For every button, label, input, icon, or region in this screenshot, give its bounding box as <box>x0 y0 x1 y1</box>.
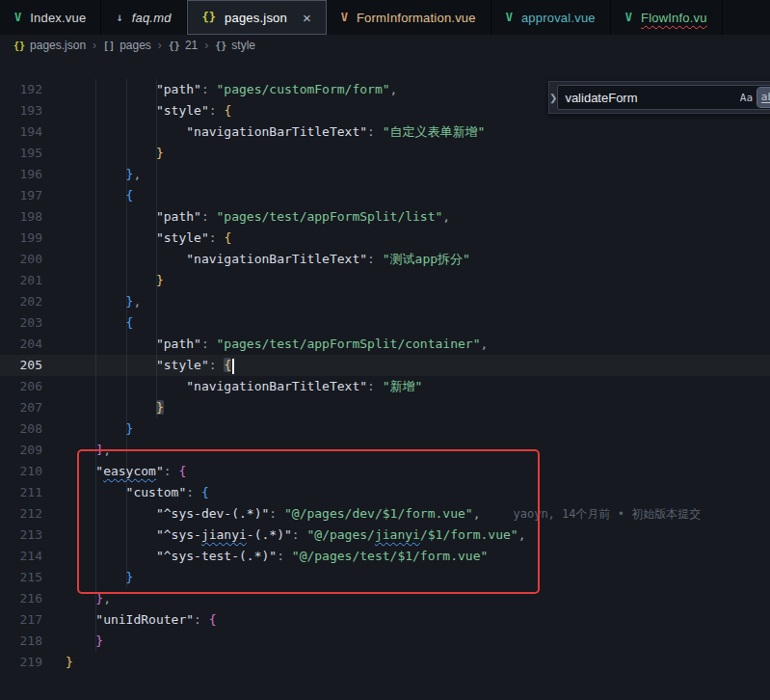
code-text: "navigationBarTitleText": "新增" <box>42 376 422 397</box>
line-number[interactable]: 211 <box>0 482 42 503</box>
line-number[interactable]: 216 <box>0 588 42 609</box>
code-text: "uniIdRouter": { <box>42 609 217 631</box>
find-input-row: Aaab.* <box>557 85 770 110</box>
find-expand-chevron[interactable]: ❯ <box>549 93 557 103</box>
code-line-206[interactable]: 206 "navigationBarTitleText": "新增" <box>0 376 770 397</box>
line-number[interactable]: 210 <box>0 461 42 482</box>
code-text: "path": "pages/customForm/form", <box>42 79 397 100</box>
line-number[interactable]: 197 <box>0 185 42 206</box>
line-number[interactable]: 205 <box>0 355 42 376</box>
match-case-icon: Aa <box>740 92 753 104</box>
code-line-199[interactable]: 199 "style": { <box>0 228 770 249</box>
code-line-207[interactable]: 207 } <box>0 397 770 418</box>
code-line-194[interactable]: 194 "navigationBarTitleText": "自定义表单新增" <box>0 121 770 143</box>
breadcrumb-separator: › <box>204 39 208 52</box>
code-line-195[interactable]: 195 } <box>0 143 770 164</box>
text-cursor <box>232 359 234 374</box>
line-number[interactable]: 213 <box>0 525 42 546</box>
tab-label: Index.vue <box>30 11 86 25</box>
breadcrumb-label: 21 <box>185 39 198 52</box>
annotation-box <box>77 449 540 594</box>
find-input[interactable] <box>565 91 734 105</box>
code-line-205[interactable]: 205 "style": { <box>0 355 770 376</box>
code-text: } <box>42 418 133 440</box>
breadcrumb-item-style[interactable]: {}style <box>215 39 255 52</box>
whole-word-button[interactable]: ab <box>757 88 770 107</box>
code-line-201[interactable]: 201 } <box>0 270 770 291</box>
tab-FormInformation.vue[interactable]: VFormInformation.vue <box>327 0 491 35</box>
match-case-button[interactable]: Aa <box>736 88 756 107</box>
line-number[interactable]: 218 <box>0 631 42 652</box>
code-text: "navigationBarTitleText": "测试app拆分" <box>42 249 470 270</box>
code-line-217[interactable]: 217 "uniIdRouter": { <box>0 609 770 631</box>
tab-pages.json[interactable]: {}pages.json× <box>187 0 327 35</box>
line-number[interactable]: 208 <box>0 418 42 440</box>
tab-FlowInfo.vu[interactable]: VFlowInfo.vu <box>611 0 723 35</box>
git-blame: yaoyn, 14个月前 • 初始版本提交 <box>513 507 701 521</box>
line-number[interactable]: 199 <box>0 228 42 249</box>
line-number[interactable]: 209 <box>0 440 42 461</box>
breadcrumb-label: pages.json <box>30 39 86 52</box>
line-number[interactable]: 206 <box>0 376 42 397</box>
code-text: } <box>42 652 73 673</box>
code-line-203[interactable]: 203 { <box>0 312 770 334</box>
find-toggles: Aaab.* <box>734 88 770 107</box>
code-text: } <box>42 143 164 164</box>
symbol-icon: {} <box>169 40 180 51</box>
whole-word-icon: ab <box>761 92 770 104</box>
line-number[interactable]: 212 <box>0 503 42 525</box>
code-line-204[interactable]: 204 "path": "pages/test/appFormSplit/con… <box>0 334 770 355</box>
line-number[interactable]: 198 <box>0 206 42 228</box>
tab-Index.vue[interactable]: VIndex.vue <box>0 0 101 35</box>
line-number[interactable]: 207 <box>0 397 42 418</box>
code-line-196[interactable]: 196 }, <box>0 164 770 185</box>
line-number[interactable]: 196 <box>0 164 42 185</box>
code-line-198[interactable]: 198 "path": "pages/test/appFormSplit/lis… <box>0 206 770 228</box>
line-number[interactable]: 203 <box>0 312 42 334</box>
line-number[interactable]: 194 <box>0 121 42 143</box>
code-line-218[interactable]: 218 } <box>0 631 770 652</box>
breadcrumb-separator: › <box>93 39 96 52</box>
close-icon[interactable]: × <box>303 11 311 25</box>
code-text: "navigationBarTitleText": "自定义表单新增" <box>42 121 485 143</box>
line-number[interactable]: 217 <box>0 609 42 631</box>
line-number[interactable]: 215 <box>0 567 42 588</box>
line-number[interactable]: 219 <box>0 652 42 673</box>
code-text: { <box>42 312 133 334</box>
tab-faq.md[interactable]: ↓faq.md <box>101 0 186 35</box>
tab-label: FormInformation.vue <box>357 11 476 25</box>
vue-icon: V <box>506 11 513 24</box>
code-line-202[interactable]: 202 }, <box>0 291 770 312</box>
breadcrumb-item-21[interactable]: {}21 <box>169 39 198 52</box>
symbol-icon: [] <box>103 40 115 51</box>
breadcrumb-label: pages <box>119 39 151 52</box>
breadcrumb-item-pages.json[interactable]: {}pages.json <box>13 39 86 52</box>
code-text: "path": "pages/test/appFormSplit/contain… <box>42 334 488 355</box>
line-number[interactable]: 200 <box>0 249 42 270</box>
breadcrumb-item-pages[interactable]: []pages <box>103 39 151 52</box>
tab-approval.vue[interactable]: Vapproval.vue <box>491 0 611 35</box>
code-line-208[interactable]: 208 } <box>0 418 770 440</box>
symbol-icon: {} <box>215 40 226 51</box>
tab-label: faq.md <box>132 11 172 25</box>
line-number[interactable]: 201 <box>0 270 42 291</box>
code-text: { <box>42 185 133 206</box>
code-text: } <box>42 631 103 652</box>
code-line-197[interactable]: 197 { <box>0 185 770 206</box>
line-number[interactable]: 214 <box>0 546 42 567</box>
line-number[interactable]: 192 <box>0 79 42 100</box>
code-text: "style": { <box>42 100 231 121</box>
symbol-icon: {} <box>13 40 25 51</box>
tab-label: approval.vue <box>521 11 596 25</box>
code-line-200[interactable]: 200 "navigationBarTitleText": "测试app拆分" <box>0 249 770 270</box>
editor: 192 "path": "pages/customForm/form",193 … <box>0 56 770 700</box>
breadcrumb-label: style <box>231 39 255 52</box>
line-number[interactable]: 193 <box>0 100 42 121</box>
breadcrumb-separator: › <box>158 39 162 52</box>
line-number[interactable]: 202 <box>0 291 42 312</box>
line-number[interactable]: 195 <box>0 143 42 164</box>
code-line-219[interactable]: 219} <box>0 652 770 673</box>
line-number[interactable]: 204 <box>0 334 42 355</box>
vue-icon: V <box>341 11 348 24</box>
breadcrumb: {}pages.json›[]pages›{}21›{}style <box>0 35 770 56</box>
